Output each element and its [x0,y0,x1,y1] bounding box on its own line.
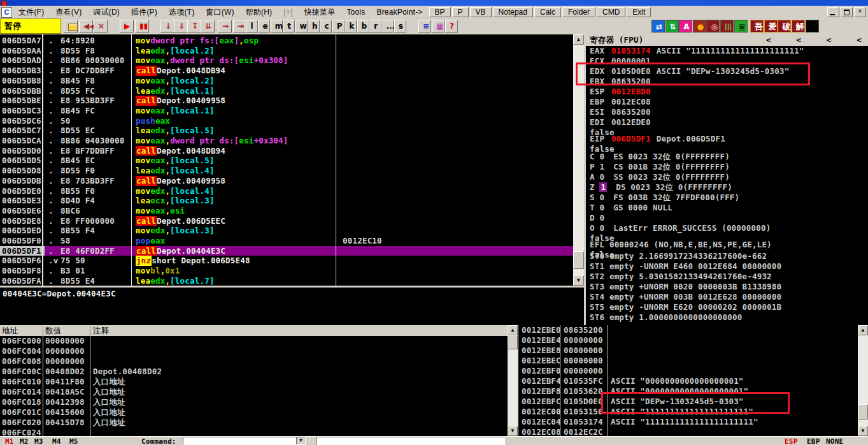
quick-button-exit[interactable]: Exit [627,7,651,17]
dump-row[interactable]: 006FC00400000000 [0,346,508,356]
window-titlebar[interactable] [0,0,868,6]
flag-row-s[interactable]: S 0FS 003B 32位 7FFDF000(FFF) [590,193,868,203]
register-row-edi[interactable]: EDI0012EDE0 [590,117,868,128]
menu-item-1[interactable]: 查看(V) [50,6,87,18]
dump-row[interactable]: 006FC01C00415600入口地址 [0,407,508,418]
pojie-button-3[interactable]: 解 [792,20,805,33]
quick-button-cmd[interactable]: CMD [597,7,625,17]
menu-extra-1[interactable]: Tools [341,7,371,17]
flag-row-d[interactable]: D 0 [590,213,868,223]
register-pane-collapse-icon[interactable]: < [827,34,832,45]
quick-button-p[interactable]: P [452,7,469,17]
scroll-down-icon[interactable]: ▼ [573,275,584,286]
disasm-row[interactable]: 006D5DAD.8B86 08030000mov eax,dword ptr … [0,55,573,66]
disasm-row[interactable]: 006D5DE6.8BC6mov eax,esi [0,206,573,216]
disasm-row[interactable]: 006D5DD5.8B45 ECmov eax,[local.5] [0,156,573,166]
pause-icon[interactable]: ▮▮ [135,20,149,33]
disasm-row[interactable]: 006D5DB8.8B45 F8mov eax,[local.2] [0,76,573,86]
run-icon[interactable]: ▶ [120,20,134,33]
menu-item-6[interactable]: 帮助(H) [240,6,278,18]
help-icon[interactable]: ? [445,20,458,33]
disasm-row[interactable]: 006D5DFA.8D55 E4lea edx,[local.7] [0,276,573,286]
quick-button-vb[interactable]: VB [470,7,492,17]
stack-scrollbar[interactable]: ▲ ▼ [858,325,868,436]
quick-button-folder[interactable]: Folder [562,7,595,17]
swap-icon[interactable]: ⇄ [651,20,665,33]
scroll-thumb[interactable] [508,335,518,349]
column-divider[interactable] [131,34,132,286]
dump-pane[interactable]: 地址 数值 注释 006FC00000000000006FC0040000000… [0,325,508,436]
chevron-down-icon[interactable]: ▼ [296,437,305,444]
register-pane-collapse-icon[interactable]: < [796,34,801,45]
flag-row-a[interactable]: A 0SS 0023 32位 0(FFFFFFFF) [590,172,868,182]
ball-icon[interactable]: ● [693,20,706,33]
scroll-thumb[interactable] [858,404,868,419]
memory-tab-m4[interactable]: M4 [52,437,61,445]
menu-item-2[interactable]: 调试(D) [87,6,125,18]
stack-row[interactable]: 0012EC0401053174ASCII "11111111111111111… [518,417,858,427]
disasm-row[interactable]: 006D5DD8.8D55 F0lea edx,[local.4] [0,166,573,176]
disasm-row[interactable]: 006D5DE3.8D4D F4lea ecx,[local.3] [0,196,573,206]
dump-row[interactable]: 006FC00800000000 [0,356,508,367]
log-list-icon[interactable]: ≡ [418,20,431,33]
menu-item-5[interactable]: 窗口(W) [200,6,239,18]
disasm-row[interactable]: 006D5DF6.v75 50jnz short Depot.006D5E48 [0,256,573,266]
stack-row[interactable]: 0012EBF000000000 [518,366,858,376]
stack-row[interactable]: 0012EC080012EC2C [518,427,858,436]
flag-row-p[interactable]: P 1CS 001B 32位 0(FFFFFFFF) [590,162,868,172]
restart-icon[interactable]: ◀◀ [79,20,93,33]
register-row-eip[interactable]: EIP006D5DF1Depot.006D5DF1 [590,134,868,144]
up-down-icon[interactable]: ⇅ [665,20,679,33]
register-pane-collapse-icon[interactable]: < [766,34,771,45]
step-over-icon[interactable]: ⇓ [174,20,188,33]
step-into-icon[interactable]: ↓ [160,20,174,33]
disasm-row[interactable]: 006D5DAA.8D55 F8lea edx,[local.2] [0,46,573,56]
register-row-esp[interactable]: ESP0012EBD0 [590,87,868,97]
dump-row[interactable]: 006FC02000415D78入口地址 [0,418,508,428]
grid-icon[interactable]: ▣ [734,20,748,33]
quick-button-calc[interactable]: Calc [534,7,561,17]
register-row-ebp[interactable]: EBP0012EC08 [590,97,868,107]
disassembly-pane[interactable]: 006D5DA7.64:8920mov dword ptr fs:[eax],e… [0,34,573,286]
memory-tab-m5[interactable]: M5 [69,437,78,445]
stack-pane[interactable]: 0012EBE0086352000012EBE4000000000012EBE8… [518,325,858,436]
windows-grid-icon[interactable]: ▦ [432,20,445,33]
cpu-window-icon[interactable]: C [1,7,12,18]
register-row-eax[interactable]: EAX01053174ASCII "1111111111111111111111… [590,46,868,56]
disasm-row[interactable]: 006D5DB3.E8 DC7DDBFFcall Depot.0048DB94 [0,66,573,76]
close-icon[interactable]: × [94,20,108,33]
animate-over-icon[interactable]: ⇊ [201,20,215,33]
disasm-row[interactable]: 006D5DF1.E8 46F0D2FFcall Depot.00404E3C [0,246,573,256]
disasm-row[interactable]: 006D5DE8.E8 FF000000call Depot.006D5EEC [0,216,573,226]
scroll-down-icon[interactable]: ▼ [858,426,868,436]
stack-row[interactable]: 0012EBE008635200 [518,325,858,335]
dump-scrollbar[interactable]: ▲ ▼ [508,325,518,436]
memory-tab-m2[interactable]: M2 [20,437,29,445]
stack-row[interactable]: 0012EBE400000000 [518,335,858,346]
column-divider[interactable] [42,34,43,286]
bars-icon[interactable]: ||| [720,20,734,33]
dump-row[interactable]: 006FC024 [0,428,508,436]
disasm-row[interactable]: 006D5DF8.B3 01mov bl,0x1 [0,266,573,276]
open-file-icon[interactable] [64,20,78,33]
window-button-P[interactable]: P [332,20,345,33]
close-icon[interactable]: × [854,7,866,17]
stack-row[interactable]: 0012EBF4010535FCASCII "00000000000000000… [518,376,858,386]
go-to-address-icon[interactable]: ⇥ [233,20,247,33]
flag-row-c[interactable]: C 0ES 0023 32位 0(FFFFFFFF) [590,152,868,162]
disasm-row[interactable]: 006D5DC7.8D55 EClea edx,[local.5] [0,126,573,136]
flag-row-o[interactable]: O 0LastErr ERROR_SUCCESS (00000000) [590,223,868,233]
dump-row[interactable]: 006FC00000000000 [0,336,508,346]
window-button-c[interactable]: c [320,20,332,33]
quick-button-bp[interactable]: BP [429,7,451,17]
register-row-esi[interactable]: ESI08635200 [590,107,868,117]
disasm-row[interactable]: 006D5DDB.E8 783BD3FFcall Depot.00409958 [0,176,573,186]
command-input[interactable]: ▼ [183,437,306,445]
dump-row[interactable]: 006FC00C00408D02Depot.00408D02 [0,367,508,377]
window-button-h[interactable]: h [308,20,320,33]
disasm-row[interactable]: 006D5DED.8B55 F4mov edx,[local.3] [0,226,573,236]
disasm-row[interactable]: 006D5DC6.50push eax [0,116,573,126]
register-pane-collapse-icon[interactable]: < [857,34,862,45]
memory-tab-m3[interactable]: M3 [34,437,43,445]
window-button-r[interactable]: r [369,20,381,33]
